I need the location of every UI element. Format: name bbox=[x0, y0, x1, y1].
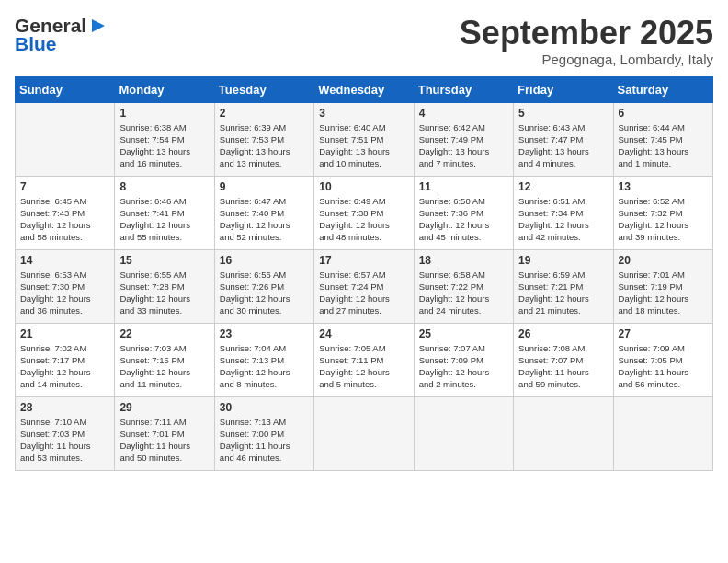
cell-info: Sunrise: 6:52 AM Sunset: 7:32 PM Dayligh… bbox=[619, 195, 708, 244]
day-number: 1 bbox=[119, 107, 209, 120]
col-wednesday: Wednesday bbox=[314, 76, 414, 102]
cell-w0-d1: 1Sunrise: 6:38 AM Sunset: 7:54 PM Daylig… bbox=[115, 102, 214, 176]
cell-info: Sunrise: 7:07 AM Sunset: 7:09 PM Dayligh… bbox=[419, 342, 508, 391]
cell-w2-d1: 15Sunrise: 6:55 AM Sunset: 7:28 PM Dayli… bbox=[115, 249, 214, 323]
cell-info: Sunrise: 7:13 AM Sunset: 7:00 PM Dayligh… bbox=[220, 416, 309, 465]
cell-w1-d5: 12Sunrise: 6:51 AM Sunset: 7:34 PM Dayli… bbox=[514, 176, 613, 249]
day-number: 4 bbox=[419, 107, 508, 120]
day-number: 5 bbox=[518, 107, 608, 120]
day-number: 6 bbox=[619, 107, 708, 120]
day-number: 20 bbox=[619, 254, 708, 267]
day-number: 15 bbox=[119, 254, 209, 267]
cell-info: Sunrise: 7:01 AM Sunset: 7:19 PM Dayligh… bbox=[619, 269, 708, 317]
cell-w0-d3: 3Sunrise: 6:40 AM Sunset: 7:51 PM Daylig… bbox=[314, 102, 414, 176]
logo-blue-text: Blue bbox=[15, 33, 57, 55]
day-number: 10 bbox=[319, 180, 408, 193]
cell-info: Sunrise: 6:50 AM Sunset: 7:36 PM Dayligh… bbox=[419, 195, 508, 244]
cell-w3-d0: 21Sunrise: 7:02 AM Sunset: 7:17 PM Dayli… bbox=[16, 323, 115, 396]
cell-info: Sunrise: 6:57 AM Sunset: 7:24 PM Dayligh… bbox=[319, 269, 408, 317]
location-text: Pegognaga, Lombardy, Italy bbox=[460, 52, 713, 67]
day-number: 16 bbox=[220, 254, 309, 267]
day-number: 13 bbox=[619, 180, 708, 193]
cell-w4-d4 bbox=[414, 396, 513, 470]
cell-w3-d3: 24Sunrise: 7:05 AM Sunset: 7:11 PM Dayli… bbox=[314, 323, 414, 396]
day-number: 24 bbox=[319, 327, 408, 340]
cell-info: Sunrise: 6:39 AM Sunset: 7:53 PM Dayligh… bbox=[220, 121, 309, 170]
cell-info: Sunrise: 7:02 AM Sunset: 7:17 PM Dayligh… bbox=[20, 342, 109, 391]
cell-info: Sunrise: 7:05 AM Sunset: 7:11 PM Dayligh… bbox=[319, 342, 408, 391]
day-number: 12 bbox=[518, 180, 608, 193]
cell-info: Sunrise: 6:51 AM Sunset: 7:34 PM Dayligh… bbox=[518, 195, 608, 244]
cell-w3-d5: 26Sunrise: 7:08 AM Sunset: 7:07 PM Dayli… bbox=[514, 323, 613, 396]
cell-w3-d1: 22Sunrise: 7:03 AM Sunset: 7:15 PM Dayli… bbox=[115, 323, 214, 396]
cell-w2-d5: 19Sunrise: 6:59 AM Sunset: 7:21 PM Dayli… bbox=[514, 249, 613, 323]
cell-w1-d0: 7Sunrise: 6:45 AM Sunset: 7:43 PM Daylig… bbox=[16, 176, 115, 249]
cell-info: Sunrise: 7:11 AM Sunset: 7:01 PM Dayligh… bbox=[119, 416, 209, 465]
col-thursday: Thursday bbox=[414, 76, 513, 102]
col-sunday: Sunday bbox=[16, 76, 115, 102]
week-row-1: 7Sunrise: 6:45 AM Sunset: 7:43 PM Daylig… bbox=[16, 176, 713, 249]
cell-w0-d2: 2Sunrise: 6:39 AM Sunset: 7:53 PM Daylig… bbox=[214, 102, 313, 176]
cell-w2-d4: 18Sunrise: 6:58 AM Sunset: 7:22 PM Dayli… bbox=[414, 249, 513, 323]
cell-info: Sunrise: 6:59 AM Sunset: 7:21 PM Dayligh… bbox=[518, 269, 608, 317]
day-number: 2 bbox=[220, 107, 309, 120]
cell-w4-d6 bbox=[613, 396, 712, 470]
cell-info: Sunrise: 6:56 AM Sunset: 7:26 PM Dayligh… bbox=[220, 269, 309, 317]
cell-w1-d3: 10Sunrise: 6:49 AM Sunset: 7:38 PM Dayli… bbox=[314, 176, 414, 249]
day-number: 19 bbox=[518, 254, 608, 267]
cell-w2-d6: 20Sunrise: 7:01 AM Sunset: 7:19 PM Dayli… bbox=[613, 249, 712, 323]
cell-w3-d2: 23Sunrise: 7:04 AM Sunset: 7:13 PM Dayli… bbox=[214, 323, 313, 396]
cell-info: Sunrise: 6:43 AM Sunset: 7:47 PM Dayligh… bbox=[518, 121, 608, 170]
cell-w4-d5 bbox=[514, 396, 613, 470]
cell-info: Sunrise: 7:10 AM Sunset: 7:03 PM Dayligh… bbox=[20, 416, 109, 465]
cell-w3-d4: 25Sunrise: 7:07 AM Sunset: 7:09 PM Dayli… bbox=[414, 323, 513, 396]
logo: General Blue bbox=[15, 15, 108, 55]
cell-info: Sunrise: 6:49 AM Sunset: 7:38 PM Dayligh… bbox=[319, 195, 408, 244]
day-number: 8 bbox=[119, 180, 209, 193]
cell-info: Sunrise: 7:04 AM Sunset: 7:13 PM Dayligh… bbox=[220, 342, 309, 391]
calendar-container: General Blue September 2025 Pegognaga, L… bbox=[0, 0, 728, 480]
cell-w4-d3 bbox=[314, 396, 414, 470]
day-number: 21 bbox=[20, 327, 109, 340]
cell-info: Sunrise: 6:44 AM Sunset: 7:45 PM Dayligh… bbox=[619, 121, 708, 170]
cell-w1-d1: 8Sunrise: 6:46 AM Sunset: 7:41 PM Daylig… bbox=[115, 176, 214, 249]
cell-info: Sunrise: 6:40 AM Sunset: 7:51 PM Dayligh… bbox=[319, 121, 408, 170]
cell-w0-d4: 4Sunrise: 6:42 AM Sunset: 7:49 PM Daylig… bbox=[414, 102, 513, 176]
cell-info: Sunrise: 6:45 AM Sunset: 7:43 PM Dayligh… bbox=[20, 195, 109, 244]
cell-info: Sunrise: 6:55 AM Sunset: 7:28 PM Dayligh… bbox=[119, 269, 209, 317]
calendar-header: General Blue September 2025 Pegognaga, L… bbox=[15, 15, 713, 67]
cell-w2-d3: 17Sunrise: 6:57 AM Sunset: 7:24 PM Dayli… bbox=[314, 249, 414, 323]
cell-info: Sunrise: 7:09 AM Sunset: 7:05 PM Dayligh… bbox=[619, 342, 708, 391]
day-number: 22 bbox=[119, 327, 209, 340]
cell-w3-d6: 27Sunrise: 7:09 AM Sunset: 7:05 PM Dayli… bbox=[613, 323, 712, 396]
col-saturday: Saturday bbox=[613, 76, 712, 102]
week-row-0: 1Sunrise: 6:38 AM Sunset: 7:54 PM Daylig… bbox=[16, 102, 713, 176]
cell-w0-d0 bbox=[16, 102, 115, 176]
logo-icon bbox=[88, 16, 108, 36]
day-number: 9 bbox=[220, 180, 309, 193]
cell-info: Sunrise: 7:08 AM Sunset: 7:07 PM Dayligh… bbox=[518, 342, 608, 391]
cell-w4-d0: 28Sunrise: 7:10 AM Sunset: 7:03 PM Dayli… bbox=[16, 396, 115, 470]
day-number: 27 bbox=[619, 327, 708, 340]
day-number: 17 bbox=[319, 254, 408, 267]
cell-w4-d1: 29Sunrise: 7:11 AM Sunset: 7:01 PM Dayli… bbox=[115, 396, 214, 470]
day-number: 28 bbox=[20, 401, 109, 414]
cell-info: Sunrise: 6:38 AM Sunset: 7:54 PM Dayligh… bbox=[119, 121, 209, 170]
week-row-4: 28Sunrise: 7:10 AM Sunset: 7:03 PM Dayli… bbox=[16, 396, 713, 470]
week-row-3: 21Sunrise: 7:02 AM Sunset: 7:17 PM Dayli… bbox=[16, 323, 713, 396]
cell-w0-d6: 6Sunrise: 6:44 AM Sunset: 7:45 PM Daylig… bbox=[613, 102, 712, 176]
cell-w0-d5: 5Sunrise: 6:43 AM Sunset: 7:47 PM Daylig… bbox=[514, 102, 613, 176]
week-row-2: 14Sunrise: 6:53 AM Sunset: 7:30 PM Dayli… bbox=[16, 249, 713, 323]
day-number: 14 bbox=[20, 254, 109, 267]
cell-info: Sunrise: 6:47 AM Sunset: 7:40 PM Dayligh… bbox=[220, 195, 309, 244]
header-row: Sunday Monday Tuesday Wednesday Thursday… bbox=[16, 76, 713, 102]
title-area: September 2025 Pegognaga, Lombardy, Ital… bbox=[460, 15, 713, 67]
day-number: 25 bbox=[419, 327, 508, 340]
day-number: 7 bbox=[20, 180, 109, 193]
cell-info: Sunrise: 6:42 AM Sunset: 7:49 PM Dayligh… bbox=[419, 121, 508, 170]
day-number: 30 bbox=[220, 401, 309, 414]
cell-w1-d6: 13Sunrise: 6:52 AM Sunset: 7:32 PM Dayli… bbox=[613, 176, 712, 249]
day-number: 29 bbox=[119, 401, 209, 414]
month-title: September 2025 bbox=[460, 15, 713, 52]
cell-info: Sunrise: 6:58 AM Sunset: 7:22 PM Dayligh… bbox=[419, 269, 508, 317]
